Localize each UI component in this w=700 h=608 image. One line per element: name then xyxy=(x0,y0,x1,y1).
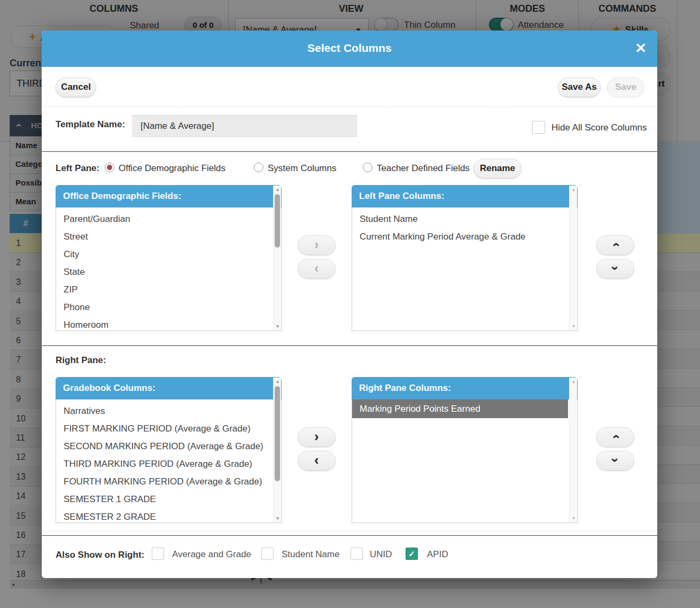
move-down-button[interactable]: › xyxy=(596,259,634,279)
list-item[interactable]: FIRST MARKING PERIOD (Average & Grade) xyxy=(56,420,281,437)
radio-teacher-defined-fields-label: Teacher Defined Fields xyxy=(377,163,470,174)
chevron-up-icon: › xyxy=(606,242,624,247)
divider xyxy=(42,106,657,107)
scrollbar[interactable]: ▲ ▼ xyxy=(569,186,577,330)
gradebook-columns-panel: Gradebook Columns: NarrativesFIRST MARKI… xyxy=(56,377,282,523)
move-up-button[interactable]: › xyxy=(596,427,634,447)
move-left-button[interactable]: ‹ xyxy=(298,451,336,471)
divider xyxy=(42,345,657,346)
list-item[interactable]: Student Name xyxy=(352,210,577,228)
chevron-down-icon: › xyxy=(606,458,624,462)
list-item[interactable]: Marking Period Points Earned xyxy=(352,399,568,418)
scrollbar[interactable]: ▲ ▼ xyxy=(569,378,577,522)
chevron-right-icon: › xyxy=(314,428,318,445)
radio-teacher-defined-fields[interactable] xyxy=(363,163,372,172)
list-item[interactable]: ZIP xyxy=(56,281,281,298)
template-name-input[interactable]: [Name & Average] xyxy=(133,115,357,137)
select-columns-dialog: Select Columns ✕ Cancel Save As Save Tem… xyxy=(42,30,657,578)
list-item[interactable]: FOURTH MARKING PERIOD (Average & Grade) xyxy=(56,473,281,490)
rename-button[interactable]: Rename xyxy=(473,159,522,179)
left-pane-columns-header: Left Pane Columns: xyxy=(352,185,578,207)
template-name-label: Template Name: xyxy=(56,119,125,130)
average-and-grade-label: Average and Grade xyxy=(172,549,251,560)
student-name-checkbox[interactable]: ✓ xyxy=(261,548,274,560)
scroll-down-icon[interactable]: ▼ xyxy=(274,516,282,521)
close-icon[interactable]: ✕ xyxy=(635,40,647,57)
cancel-button[interactable]: Cancel xyxy=(56,78,96,97)
scroll-up-icon[interactable]: ▲ xyxy=(274,379,282,384)
list-item[interactable]: City xyxy=(56,245,281,263)
list-item[interactable]: Street xyxy=(56,228,281,245)
chevron-left-icon: ‹ xyxy=(314,451,318,469)
right-pane-columns-panel: Right Pane Columns: Marking Period Point… xyxy=(352,377,578,523)
chevron-right-icon: › xyxy=(314,236,318,253)
scrollbar-thumb[interactable] xyxy=(275,194,280,248)
scrollbar[interactable]: ▲ ▼ xyxy=(273,378,281,522)
student-name-label: Student Name xyxy=(282,549,340,560)
list-item[interactable]: Homeroom xyxy=(56,316,281,331)
list-item[interactable]: State xyxy=(56,263,281,281)
dialog-header: Select Columns ✕ xyxy=(42,30,657,67)
scroll-down-icon[interactable]: ▼ xyxy=(274,324,282,329)
radio-office-demographic-fields[interactable] xyxy=(105,163,114,172)
left-pane-label: Left Pane: xyxy=(56,163,99,174)
move-right-button[interactable]: › xyxy=(298,427,336,447)
chevron-left-icon: ‹ xyxy=(314,259,318,277)
list-item[interactable]: Phone xyxy=(56,298,281,316)
divider xyxy=(42,151,657,152)
save-button[interactable]: Save xyxy=(607,78,644,97)
office-demographic-fields-panel: Office Demographic Fields: Parent/Guardi… xyxy=(56,185,282,331)
right-pane-label: Right Pane: xyxy=(56,355,106,366)
hide-all-score-columns-label: Hide All Score Columns xyxy=(551,122,647,133)
move-up-button[interactable]: › xyxy=(596,235,634,255)
scroll-up-icon[interactable]: ▲ xyxy=(570,187,578,192)
divider xyxy=(42,535,657,536)
scroll-down-icon[interactable]: ▼ xyxy=(570,516,578,521)
radio-system-columns[interactable] xyxy=(254,163,263,172)
scroll-down-icon[interactable]: ▼ xyxy=(570,324,578,329)
left-pane-columns-panel: Left Pane Columns: Student NameCurrent M… xyxy=(352,185,578,331)
radio-system-columns-label: System Columns xyxy=(268,163,336,174)
right-pane-columns-list: Marking Period Points Earned xyxy=(352,399,578,523)
list-item[interactable]: SECOND MARKING PERIOD (Average & Grade) xyxy=(56,437,281,455)
apid-checkbox[interactable]: ✓ xyxy=(406,548,418,560)
left-pane-columns-list: Student NameCurrent Marking Period Avera… xyxy=(352,207,578,331)
dialog-title: Select Columns xyxy=(42,30,657,66)
list-item[interactable]: Current Marking Period Average & Grade xyxy=(352,228,577,245)
gradebook-columns-list: NarrativesFIRST MARKING PERIOD (Average … xyxy=(56,399,282,523)
scroll-up-icon[interactable]: ▲ xyxy=(274,187,282,192)
unid-checkbox[interactable]: ✓ xyxy=(351,548,363,560)
hide-all-score-columns-checkbox[interactable]: ✓ xyxy=(532,121,545,134)
check-icon: ✓ xyxy=(406,548,417,560)
list-item[interactable]: Narratives xyxy=(56,402,281,420)
apid-label: APID xyxy=(427,549,448,560)
office-demographic-fields-header: Office Demographic Fields: xyxy=(56,185,282,207)
list-item[interactable]: SEMESTER 1 GRADE xyxy=(56,490,281,508)
list-item[interactable]: Parent/Guardian xyxy=(56,210,281,228)
chevron-down-icon: › xyxy=(606,266,624,270)
average-and-grade-checkbox[interactable]: ✓ xyxy=(152,548,164,560)
office-demographic-fields-list: Parent/GuardianStreetCityStateZIPPhoneHo… xyxy=(56,207,282,331)
scrollbar[interactable]: ▲ ▼ xyxy=(273,186,281,330)
screen: COLUMNS VIEW MODES COMMANDS +A Shared 0 … xyxy=(0,0,700,608)
chevron-up-icon: › xyxy=(606,434,624,438)
move-down-button[interactable]: › xyxy=(596,451,634,471)
right-pane-columns-header: Right Pane Columns: xyxy=(352,377,578,399)
scrollbar-thumb[interactable] xyxy=(275,386,280,481)
move-left-button[interactable]: ‹ xyxy=(298,259,336,279)
unid-label: UNID xyxy=(370,549,392,560)
save-as-button[interactable]: Save As xyxy=(558,78,601,97)
list-item[interactable]: THIRD MARKING PERIOD (Average & Grade) xyxy=(56,455,281,473)
also-show-on-right-label: Also Show on Right: xyxy=(56,550,144,560)
move-right-button[interactable]: › xyxy=(298,235,336,255)
radio-office-demographic-fields-label: Office Demographic Fields xyxy=(119,163,225,174)
gradebook-columns-header: Gradebook Columns: xyxy=(56,377,282,399)
scroll-up-icon[interactable]: ▲ xyxy=(570,379,578,384)
list-item[interactable]: SEMESTER 2 GRADE xyxy=(56,508,281,523)
